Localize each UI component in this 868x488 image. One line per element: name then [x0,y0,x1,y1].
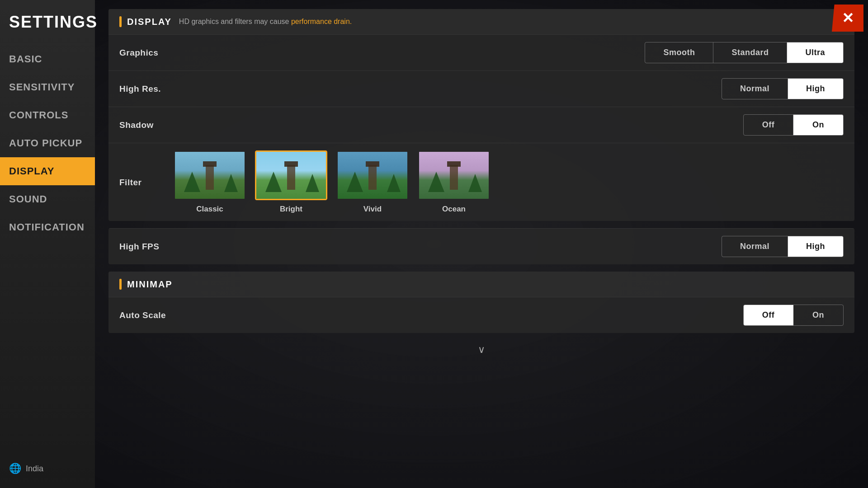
minimap-section-title: MINIMAP [127,279,173,290]
highres-row: High Res. Normal High [108,70,854,107]
tree-right-icon [468,174,482,192]
fps-label: High FPS [119,242,722,252]
country-label: India [26,464,43,474]
tower-icon [206,165,214,190]
shadow-row: Shadow Off On [108,107,854,143]
filter-row: Filter Classic [108,143,854,221]
display-section-header: DISPLAY HD graphics and filters may caus… [108,9,854,34]
graphics-label: Graphics [119,48,645,58]
filter-classic-thumb [174,150,246,200]
fps-row: High FPS Normal High [108,228,854,264]
sidebar-footer: 🌐 India [9,463,43,474]
section-bar [119,16,122,27]
display-section-title: DISPLAY [127,17,172,27]
filter-options: Classic Bright [174,150,490,214]
minimap-section: MINIMAP Auto Scale Off On [108,272,854,333]
sidebar: SETTINGS BASIC SENSITIVITY CONTROLS AUTO… [0,0,95,488]
shadow-off-btn[interactable]: Off [744,115,793,135]
graphics-ultra-btn[interactable]: Ultra [787,42,843,63]
tree-right-icon [306,174,319,192]
filter-vivid[interactable]: Vivid [336,150,409,214]
tower-icon [450,165,458,190]
filter-vivid-thumb [336,150,409,200]
scroll-indicator: ∨ [108,340,854,359]
minimap-section-bar [119,279,122,290]
sidebar-item-controls[interactable]: CONTROLS [0,101,95,129]
highres-toggle-group: Normal High [722,78,844,99]
tower-icon [368,165,377,190]
minimap-section-header: MINIMAP [108,272,854,297]
sidebar-item-sensitivity[interactable]: SENSITIVITY [0,73,95,101]
fps-toggle-group: Normal High [722,236,844,257]
autoscale-label: Auto Scale [119,310,743,320]
tower-icon [287,165,295,190]
shadow-toggle-group: Off On [743,114,844,136]
highres-normal-btn[interactable]: Normal [722,79,788,99]
shadow-on-btn[interactable]: On [793,115,843,135]
filter-vivid-label: Vivid [363,205,382,214]
globe-icon: 🌐 [9,463,21,474]
fps-high-btn[interactable]: High [788,236,843,257]
close-button[interactable]: ✕ [832,5,863,32]
filter-bright-label: Bright [280,205,302,214]
highres-label: High Res. [119,84,722,94]
filter-bright[interactable]: Bright [255,150,327,214]
fps-normal-btn[interactable]: Normal [722,236,788,257]
filter-ocean[interactable]: Ocean [418,150,490,214]
shadow-label: Shadow [119,120,743,130]
filter-ocean-thumb [418,150,490,200]
filter-ocean-label: Ocean [442,205,466,214]
tree-right-icon [387,174,401,192]
tree-left-icon [265,172,282,192]
main-content: DISPLAY HD graphics and filters may caus… [95,0,868,488]
fps-section: High FPS Normal High [108,228,854,264]
sidebar-item-sound[interactable]: SOUND [0,185,95,213]
filter-classic-label: Classic [196,205,223,214]
filter-bright-thumb [255,150,327,200]
tree-left-icon [428,172,444,192]
highres-high-btn[interactable]: High [788,79,843,99]
display-section: DISPLAY HD graphics and filters may caus… [108,9,854,221]
tree-right-icon [224,174,238,192]
sidebar-item-basic[interactable]: BASIC [0,45,95,73]
chevron-down-icon: ∨ [478,344,485,356]
sidebar-item-autopickup[interactable]: AUTO PICKUP [0,129,95,157]
tree-left-icon [184,172,200,192]
autoscale-off-btn[interactable]: Off [744,305,793,325]
autoscale-row: Auto Scale Off On [108,297,854,333]
graphics-row: Graphics Smooth Standard Ultra [108,34,854,70]
display-section-subtitle: HD graphics and filters may cause perfor… [179,18,352,26]
sidebar-item-notification[interactable]: NOTIFICATION [0,213,95,241]
autoscale-on-btn[interactable]: On [793,305,843,325]
autoscale-toggle-group: Off On [743,305,844,326]
sidebar-item-display[interactable]: DISPLAY [0,157,95,185]
graphics-toggle-group: Smooth Standard Ultra [645,42,844,63]
tree-left-icon [347,172,363,192]
graphics-standard-btn[interactable]: Standard [713,42,787,63]
filter-classic[interactable]: Classic [174,150,246,214]
settings-title: SETTINGS [0,0,95,45]
graphics-smooth-btn[interactable]: Smooth [645,42,713,63]
filter-label: Filter [119,150,165,188]
